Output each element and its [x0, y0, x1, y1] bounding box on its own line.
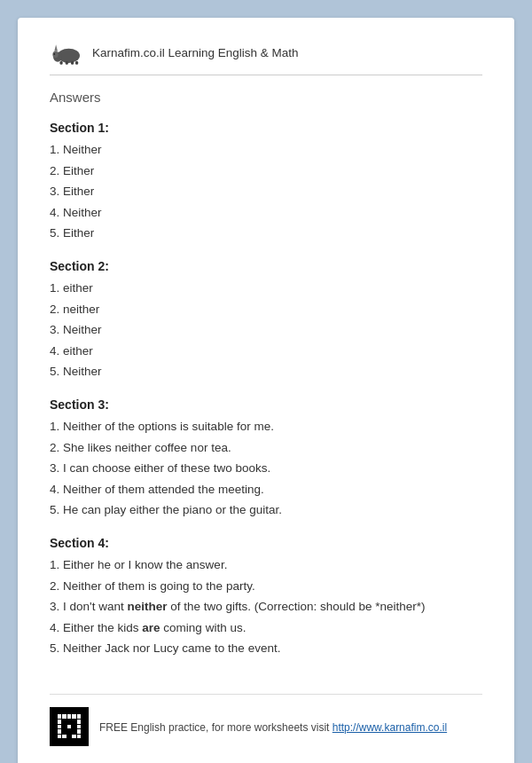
item-num: 4. [50, 483, 59, 496]
svg-rect-3 [66, 61, 68, 65]
section-4-title: Section 4: [50, 536, 482, 550]
list-item: 4. Neither of them attended the meeting. [50, 480, 482, 499]
header: Karnafim.co.il Learning English & Math [50, 39, 482, 75]
item-answer: She likes neither coffee nor tea. [63, 441, 231, 454]
item-num: 5. [50, 226, 59, 240]
list-item: 3. Either [50, 182, 482, 201]
header-text: Karnafim.co.il Learning English & Math [92, 46, 299, 59]
item-num: 1. [50, 281, 59, 295]
svg-rect-5 [75, 61, 78, 65]
item-num: 3. [50, 323, 59, 336]
item-answer: Either he or I know the answer. [63, 558, 227, 571]
item-answer: neither [63, 303, 99, 316]
list-item: 2. Either [50, 161, 482, 181]
item-answer: Neither [63, 365, 102, 378]
item-answer: Either [63, 164, 94, 177]
item-answer: Either [63, 226, 94, 240]
sections-container: Section 1: 1. Neither 2. Either 3. Eithe… [50, 121, 482, 658]
svg-rect-2 [60, 61, 63, 65]
section-2-list: 1. either 2. neither 3. Neither 4. eithe… [50, 279, 482, 382]
list-item: 2. She likes neither coffee nor tea. [50, 438, 482, 458]
item-answer: Neither Jack nor Lucy came to the event. [63, 641, 280, 655]
footer-text: FREE English practice, for more workshee… [99, 721, 332, 734]
svg-point-8 [53, 53, 55, 55]
item-answer: either [63, 281, 93, 295]
item-answer: Neither of the options is suitable for m… [63, 420, 274, 433]
list-item: 2. Neither of them is going to the party… [50, 577, 482, 596]
svg-marker-7 [54, 44, 58, 51]
item-answer: Neither of them attended the meeting. [63, 483, 264, 496]
list-item: 1. Neither of the options is suitable fo… [50, 417, 482, 437]
list-item: 5. Neither Jack nor Lucy came to the eve… [50, 639, 482, 658]
item-num: 5. [50, 641, 59, 655]
list-item: 4. Neither [50, 203, 482, 223]
section-1: Section 1: 1. Neither 2. Either 3. Eithe… [50, 121, 482, 243]
item-num: 2. [50, 164, 59, 177]
item-answer: I don't want neither of the two gifts. (… [63, 600, 426, 613]
item-answer: Neither [63, 206, 102, 219]
section-1-list: 1. Neither 2. Either 3. Either 4. Neithe… [50, 140, 482, 243]
item-text-after: of the two gifts. (Correction: should be… [167, 600, 425, 613]
item-num: 3. [50, 600, 59, 613]
section-4: Section 4: 1. Either he or I know the an… [50, 536, 482, 658]
bold-are: are [142, 621, 160, 634]
svg-rect-4 [71, 61, 74, 65]
list-item: 1. either [50, 279, 482, 298]
list-item: 1. Either he or I know the answer. [50, 555, 482, 575]
svg-point-6 [52, 51, 58, 59]
item-answer: Either the kids are coming with us. [63, 621, 246, 634]
section-3-list: 1. Neither of the options is suitable fo… [50, 417, 482, 520]
item-num: 1. [50, 420, 59, 433]
list-item: 2. neither [50, 300, 482, 319]
item-num: 4. [50, 344, 59, 358]
item-answer: Either [63, 185, 94, 198]
item-num: 2. [50, 441, 59, 454]
list-item: 4. either [50, 342, 482, 361]
item-num: 5. [50, 503, 59, 516]
item-num: 5. [50, 365, 59, 378]
item-num: 4. [50, 206, 59, 219]
item-answer: Neither [63, 323, 102, 336]
item-text-after: coming with us. [160, 621, 246, 634]
page-title: Answers [50, 90, 482, 105]
qr-code [50, 707, 89, 746]
footer-content: FREE English practice, for more workshee… [99, 719, 447, 735]
item-num: 3. [50, 185, 59, 198]
section-4-list: 1. Either he or I know the answer. 2. Ne… [50, 555, 482, 658]
item-answer: Neither of them is going to the party. [63, 579, 255, 593]
section-3: Section 3: 1. Neither of the options is … [50, 397, 482, 520]
footer: FREE English practice, for more workshee… [50, 694, 482, 746]
item-num: 4. [50, 621, 59, 634]
rhino-icon [50, 39, 83, 66]
list-item: 3. I can choose either of these two book… [50, 459, 482, 478]
bold-neither: neither [127, 600, 167, 613]
item-answer: Neither [63, 143, 102, 156]
section-1-title: Section 1: [50, 121, 482, 135]
item-num: 1. [50, 558, 59, 571]
item-answer: I can choose either of these two books. [63, 461, 270, 475]
list-item: 3. I don't want neither of the two gifts… [50, 597, 482, 617]
item-num: 2. [50, 579, 59, 593]
list-item: 5. Neither [50, 362, 482, 382]
section-2-title: Section 2: [50, 259, 482, 273]
list-item: 1. Neither [50, 140, 482, 160]
item-answer: either [63, 344, 93, 358]
list-item: 5. Either [50, 224, 482, 243]
section-3-title: Section 3: [50, 397, 482, 412]
section-2: Section 2: 1. either 2. neither 3. Neith… [50, 259, 482, 382]
item-num: 2. [50, 303, 59, 316]
list-item: 3. Neither [50, 320, 482, 340]
item-num: 1. [50, 143, 59, 156]
footer-link[interactable]: http://www.karnafim.co.il [332, 721, 447, 734]
list-item: 4. Either the kids are coming with us. [50, 618, 482, 638]
list-item: 5. He can play either the piano or the g… [50, 500, 482, 520]
item-answer: He can play either the piano or the guit… [63, 503, 282, 516]
item-num: 3. [50, 461, 59, 475]
page: Karnafim.co.il Learning English & Math A… [18, 18, 514, 763]
